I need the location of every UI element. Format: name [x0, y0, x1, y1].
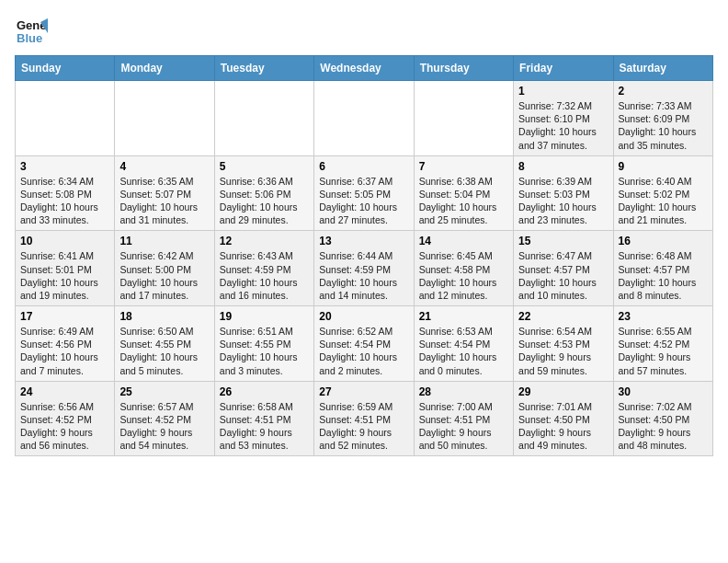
day-detail: Sunrise: 6:47 AM Sunset: 4:57 PM Dayligh…: [518, 249, 608, 302]
day-detail: Sunrise: 6:35 AM Sunset: 5:07 PM Dayligh…: [119, 175, 209, 227]
day-number: 13: [319, 235, 408, 247]
day-header-thursday: Thursday: [414, 56, 513, 81]
calendar-cell: 29Sunrise: 7:01 AM Sunset: 4:50 PM Dayli…: [514, 381, 613, 456]
calendar-week-row: 3Sunrise: 6:34 AM Sunset: 5:08 PM Daylig…: [16, 155, 713, 231]
day-number: 11: [119, 235, 209, 247]
header: General Blue: [15, 15, 713, 48]
day-detail: Sunrise: 6:59 AM Sunset: 4:51 PM Dayligh…: [319, 400, 408, 453]
day-detail: Sunrise: 6:43 AM Sunset: 4:59 PM Dayligh…: [220, 249, 309, 302]
calendar-cell: 27Sunrise: 6:59 AM Sunset: 4:51 PM Dayli…: [314, 381, 414, 456]
calendar-cell: 8Sunrise: 6:39 AM Sunset: 5:03 PM Daylig…: [514, 155, 613, 231]
calendar-week-row: 24Sunrise: 6:56 AM Sunset: 4:52 PM Dayli…: [16, 381, 713, 456]
day-number: 9: [619, 160, 708, 173]
day-number: 29: [518, 385, 608, 398]
day-number: 8: [518, 160, 608, 173]
calendar-cell: 25Sunrise: 6:57 AM Sunset: 4:52 PM Dayli…: [115, 381, 214, 456]
day-header-wednesday: Wednesday: [314, 56, 414, 81]
day-detail: Sunrise: 6:37 AM Sunset: 5:05 PM Dayligh…: [319, 175, 408, 227]
day-number: 17: [20, 310, 109, 323]
day-header-monday: Monday: [115, 56, 214, 81]
calendar-cell: 23Sunrise: 6:55 AM Sunset: 4:52 PM Dayli…: [613, 306, 712, 382]
day-number: 16: [619, 235, 708, 247]
calendar-cell: 12Sunrise: 6:43 AM Sunset: 4:59 PM Dayli…: [214, 231, 313, 306]
day-number: 10: [20, 235, 109, 247]
day-detail: Sunrise: 6:39 AM Sunset: 5:03 PM Dayligh…: [518, 175, 608, 227]
day-detail: Sunrise: 6:38 AM Sunset: 5:04 PM Dayligh…: [419, 175, 508, 227]
day-detail: Sunrise: 6:52 AM Sunset: 4:54 PM Dayligh…: [319, 325, 408, 377]
day-detail: Sunrise: 6:48 AM Sunset: 4:57 PM Dayligh…: [619, 249, 708, 302]
calendar-cell: 9Sunrise: 6:40 AM Sunset: 5:02 PM Daylig…: [613, 155, 712, 231]
day-detail: Sunrise: 6:55 AM Sunset: 4:52 PM Dayligh…: [619, 325, 708, 377]
calendar-cell: 14Sunrise: 6:45 AM Sunset: 4:58 PM Dayli…: [414, 231, 513, 306]
calendar-cell: 5Sunrise: 6:36 AM Sunset: 5:06 PM Daylig…: [214, 155, 313, 231]
day-header-tuesday: Tuesday: [214, 56, 313, 81]
day-number: 26: [220, 385, 309, 398]
calendar-cell: 4Sunrise: 6:35 AM Sunset: 5:07 PM Daylig…: [115, 155, 214, 231]
day-header-sunday: Sunday: [16, 56, 115, 81]
calendar-cell: [115, 81, 214, 156]
day-number: 3: [20, 160, 109, 173]
day-detail: Sunrise: 7:33 AM Sunset: 6:09 PM Dayligh…: [619, 99, 708, 152]
calendar-cell: 15Sunrise: 6:47 AM Sunset: 4:57 PM Dayli…: [514, 231, 613, 306]
calendar-header-row: SundayMondayTuesdayWednesdayThursdayFrid…: [16, 56, 713, 81]
day-number: 30: [619, 385, 708, 398]
day-number: 23: [619, 310, 708, 323]
day-detail: Sunrise: 6:57 AM Sunset: 4:52 PM Dayligh…: [119, 400, 209, 453]
calendar-cell: 11Sunrise: 6:42 AM Sunset: 5:00 PM Dayli…: [115, 231, 214, 306]
day-number: 24: [20, 385, 109, 398]
calendar-cell: 16Sunrise: 6:48 AM Sunset: 4:57 PM Dayli…: [613, 231, 712, 306]
day-detail: Sunrise: 7:32 AM Sunset: 6:10 PM Dayligh…: [518, 99, 608, 152]
calendar-cell: 26Sunrise: 6:58 AM Sunset: 4:51 PM Dayli…: [214, 381, 313, 456]
day-number: 19: [220, 310, 309, 323]
calendar-cell: 6Sunrise: 6:37 AM Sunset: 5:05 PM Daylig…: [314, 155, 414, 231]
day-detail: Sunrise: 6:40 AM Sunset: 5:02 PM Dayligh…: [619, 175, 708, 227]
calendar-cell: 1Sunrise: 7:32 AM Sunset: 6:10 PM Daylig…: [514, 81, 613, 156]
logo: General Blue: [15, 15, 48, 48]
calendar-cell: 22Sunrise: 6:54 AM Sunset: 4:53 PM Dayli…: [514, 306, 613, 382]
calendar-cell: 28Sunrise: 7:00 AM Sunset: 4:51 PM Dayli…: [414, 381, 513, 456]
day-detail: Sunrise: 6:44 AM Sunset: 4:59 PM Dayligh…: [319, 249, 408, 302]
day-detail: Sunrise: 6:36 AM Sunset: 5:06 PM Dayligh…: [220, 175, 309, 227]
day-detail: Sunrise: 6:42 AM Sunset: 5:00 PM Dayligh…: [119, 249, 209, 302]
day-header-friday: Friday: [514, 56, 613, 81]
day-number: 21: [419, 310, 508, 323]
day-number: 28: [419, 385, 508, 398]
calendar-cell: [214, 81, 313, 156]
day-number: 18: [119, 310, 209, 323]
day-detail: Sunrise: 7:00 AM Sunset: 4:51 PM Dayligh…: [419, 400, 508, 453]
day-number: 12: [220, 235, 309, 247]
calendar: SundayMondayTuesdayWednesdayThursdayFrid…: [15, 55, 713, 456]
calendar-cell: 18Sunrise: 6:50 AM Sunset: 4:55 PM Dayli…: [115, 306, 214, 382]
calendar-cell: [314, 81, 414, 156]
day-detail: Sunrise: 6:34 AM Sunset: 5:08 PM Dayligh…: [20, 175, 109, 227]
calendar-week-row: 10Sunrise: 6:41 AM Sunset: 5:01 PM Dayli…: [16, 231, 713, 306]
logo-icon: General Blue: [15, 15, 48, 48]
day-number: 25: [119, 385, 209, 398]
calendar-cell: [16, 81, 115, 156]
day-number: 1: [518, 85, 608, 98]
calendar-week-row: 1Sunrise: 7:32 AM Sunset: 6:10 PM Daylig…: [16, 81, 713, 156]
svg-text:Blue: Blue: [17, 31, 42, 45]
calendar-cell: 2Sunrise: 7:33 AM Sunset: 6:09 PM Daylig…: [613, 81, 712, 156]
day-detail: Sunrise: 6:41 AM Sunset: 5:01 PM Dayligh…: [20, 249, 109, 302]
day-detail: Sunrise: 6:51 AM Sunset: 4:55 PM Dayligh…: [220, 325, 309, 377]
day-detail: Sunrise: 7:01 AM Sunset: 4:50 PM Dayligh…: [518, 400, 608, 453]
day-header-saturday: Saturday: [613, 56, 712, 81]
day-number: 2: [619, 85, 708, 98]
calendar-cell: 20Sunrise: 6:52 AM Sunset: 4:54 PM Dayli…: [314, 306, 414, 382]
day-detail: Sunrise: 6:49 AM Sunset: 4:56 PM Dayligh…: [20, 325, 109, 377]
day-number: 4: [119, 160, 209, 173]
calendar-cell: 17Sunrise: 6:49 AM Sunset: 4:56 PM Dayli…: [16, 306, 115, 382]
calendar-cell: 30Sunrise: 7:02 AM Sunset: 4:50 PM Dayli…: [613, 381, 712, 456]
day-detail: Sunrise: 6:50 AM Sunset: 4:55 PM Dayligh…: [119, 325, 209, 377]
day-detail: Sunrise: 6:56 AM Sunset: 4:52 PM Dayligh…: [20, 400, 109, 453]
day-detail: Sunrise: 6:53 AM Sunset: 4:54 PM Dayligh…: [419, 325, 508, 377]
calendar-cell: [414, 81, 513, 156]
day-number: 7: [419, 160, 508, 173]
calendar-week-row: 17Sunrise: 6:49 AM Sunset: 4:56 PM Dayli…: [16, 306, 713, 382]
day-detail: Sunrise: 6:54 AM Sunset: 4:53 PM Dayligh…: [518, 325, 608, 377]
calendar-cell: 3Sunrise: 6:34 AM Sunset: 5:08 PM Daylig…: [16, 155, 115, 231]
calendar-cell: 24Sunrise: 6:56 AM Sunset: 4:52 PM Dayli…: [16, 381, 115, 456]
day-detail: Sunrise: 7:02 AM Sunset: 4:50 PM Dayligh…: [619, 400, 708, 453]
day-number: 14: [419, 235, 508, 247]
